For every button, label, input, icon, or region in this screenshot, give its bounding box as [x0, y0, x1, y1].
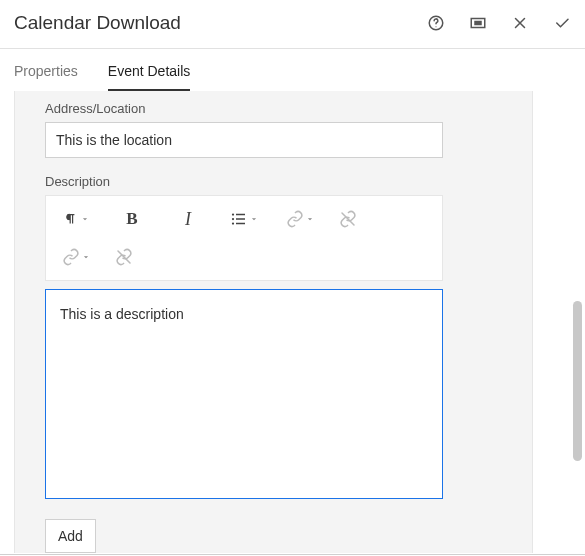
- link-button-2: [52, 241, 100, 273]
- scrollbar-thumb[interactable]: [573, 301, 582, 461]
- editor-toolbar: B I: [45, 195, 443, 281]
- paragraph-format-button[interactable]: [52, 203, 100, 235]
- bold-icon: B: [126, 209, 137, 229]
- chevron-down-icon: [80, 214, 90, 224]
- dialog-title: Calendar Download: [14, 12, 181, 34]
- svg-point-1: [435, 26, 436, 27]
- form-panel: Address/Location This is the location De…: [14, 91, 533, 553]
- content-wrap: Address/Location This is the location De…: [0, 91, 585, 553]
- address-label: Address/Location: [45, 101, 502, 116]
- header-actions: [427, 14, 571, 32]
- bold-button[interactable]: B: [108, 203, 156, 235]
- unlink-icon: [115, 248, 133, 266]
- tab-properties[interactable]: Properties: [14, 63, 78, 91]
- chevron-down-icon: [249, 214, 259, 224]
- toolbar-row-2: [52, 238, 436, 276]
- list-icon: [230, 210, 248, 228]
- chevron-down-icon: [305, 214, 315, 224]
- svg-rect-9: [236, 223, 245, 225]
- svg-point-4: [231, 213, 233, 215]
- link-icon: [286, 210, 304, 228]
- svg-rect-8: [236, 218, 245, 220]
- link-icon: [62, 248, 80, 266]
- link-button: [276, 203, 324, 235]
- svg-point-6: [231, 222, 233, 224]
- svg-rect-7: [236, 214, 245, 216]
- unlink-button: [332, 203, 364, 235]
- svg-point-5: [231, 218, 233, 220]
- dialog-header: Calendar Download: [0, 0, 585, 49]
- help-icon[interactable]: [427, 14, 445, 32]
- fullscreen-icon[interactable]: [469, 14, 487, 32]
- scrollbar-track[interactable]: [573, 91, 582, 553]
- svg-rect-3: [474, 21, 482, 26]
- description-editor[interactable]: This is a description: [45, 289, 443, 499]
- toolbar-row-1: B I: [52, 200, 436, 238]
- rich-text-editor: B I: [45, 195, 443, 499]
- add-button[interactable]: Add: [45, 519, 96, 553]
- tab-bar: Properties Event Details: [0, 49, 585, 91]
- italic-icon: I: [185, 209, 191, 230]
- editor-content: This is a description: [60, 306, 428, 322]
- tab-event-details[interactable]: Event Details: [108, 63, 190, 91]
- confirm-icon[interactable]: [553, 14, 571, 32]
- close-icon[interactable]: [511, 14, 529, 32]
- description-label: Description: [45, 174, 502, 189]
- chevron-down-icon: [81, 252, 91, 262]
- unlink-button-2: [108, 241, 140, 273]
- list-button[interactable]: [220, 203, 268, 235]
- unlink-icon: [339, 210, 357, 228]
- address-input[interactable]: This is the location: [45, 122, 443, 158]
- italic-button[interactable]: I: [164, 203, 212, 235]
